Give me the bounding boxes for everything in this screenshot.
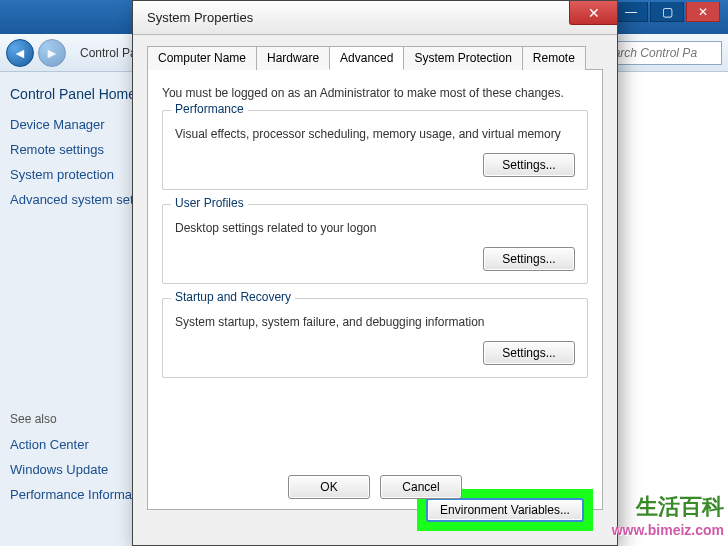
system-properties-dialog: System Properties ✕ Computer Name Hardwa… — [132, 0, 618, 546]
performance-settings-button[interactable]: Settings... — [483, 153, 575, 177]
breadcrumb[interactable]: Control Pa — [80, 46, 137, 60]
group-performance-desc: Visual effects, processor scheduling, me… — [175, 127, 575, 141]
tab-strip: Computer Name Hardware Advanced System P… — [147, 45, 603, 70]
group-user-profiles-legend: User Profiles — [171, 196, 248, 210]
dialog-titlebar[interactable]: System Properties ✕ — [133, 1, 617, 35]
tab-hardware[interactable]: Hardware — [256, 46, 330, 70]
cancel-button[interactable]: Cancel — [380, 475, 462, 499]
dialog-close-button[interactable]: ✕ — [569, 1, 617, 25]
bg-close-button[interactable]: ✕ — [686, 2, 720, 22]
admin-note: You must be logged on as an Administrato… — [162, 86, 588, 100]
tab-advanced[interactable]: Advanced — [329, 46, 404, 70]
group-user-profiles: User Profiles Desktop settings related t… — [162, 204, 588, 284]
tab-remote[interactable]: Remote — [522, 46, 586, 70]
group-startup-recovery-legend: Startup and Recovery — [171, 290, 295, 304]
tab-computer-name[interactable]: Computer Name — [147, 46, 257, 70]
group-user-profiles-desc: Desktop settings related to your logon — [175, 221, 575, 235]
tab-system-protection[interactable]: System Protection — [403, 46, 522, 70]
user-profiles-settings-button[interactable]: Settings... — [483, 247, 575, 271]
group-startup-recovery-desc: System startup, system failure, and debu… — [175, 315, 575, 329]
bg-maximize-button[interactable]: ▢ — [650, 2, 684, 22]
dialog-title: System Properties — [143, 10, 607, 25]
group-performance-legend: Performance — [171, 102, 248, 116]
environment-variables-button[interactable]: Environment Variables... — [426, 498, 584, 522]
startup-recovery-settings-button[interactable]: Settings... — [483, 341, 575, 365]
bg-minimize-button[interactable]: — — [614, 2, 648, 22]
nav-forward-button[interactable]: ► — [38, 39, 66, 67]
group-performance: Performance Visual effects, processor sc… — [162, 110, 588, 190]
ok-button[interactable]: OK — [288, 475, 370, 499]
group-startup-recovery: Startup and Recovery System startup, sys… — [162, 298, 588, 378]
tab-panel-advanced: You must be logged on as an Administrato… — [147, 70, 603, 510]
nav-back-button[interactable]: ◄ — [6, 39, 34, 67]
dialog-footer: OK Cancel — [148, 475, 602, 499]
